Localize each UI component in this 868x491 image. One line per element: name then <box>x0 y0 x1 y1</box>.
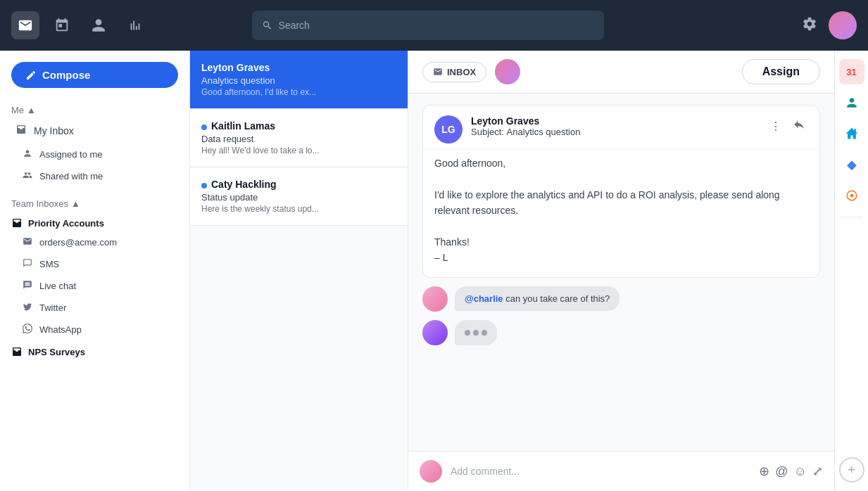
settings-icon[interactable] <box>802 16 817 35</box>
conversation-header: INBOX Assign <box>408 51 834 94</box>
current-user-avatar <box>420 460 442 483</box>
compose-button[interactable]: Compose <box>11 62 178 88</box>
email-icon <box>23 236 32 248</box>
right-sidebar: 31 ◆ + <box>834 51 868 491</box>
sidebar-live-chat[interactable]: Live chat <box>0 275 189 297</box>
message-actions: ⋮ <box>767 115 808 136</box>
assign-button[interactable]: Assign <box>742 59 820 84</box>
expand-icon[interactable]: ⤢ <box>812 464 823 479</box>
twitter-icon <box>23 302 32 314</box>
top-navigation <box>0 0 868 51</box>
search-icon <box>262 20 272 31</box>
conversation-item-leyton[interactable]: Leyton Graves Analytics question Good af… <box>190 51 408 109</box>
sidebar-assigned-to-me[interactable]: Assigned to me <box>0 144 189 165</box>
unread-indicator <box>201 125 207 130</box>
live-chat-icon <box>23 280 32 292</box>
sms-icon <box>23 258 32 270</box>
message-body: Good afternoon, I'd like to explore the … <box>423 149 819 277</box>
conversation-list: Leyton Graves Analytics question Good af… <box>190 51 408 491</box>
sender-avatar: LG <box>434 115 463 144</box>
comment-bubble: @charlie can you take care of this? <box>455 286 619 311</box>
nav-right-area <box>802 11 857 39</box>
team-inboxes-label[interactable]: Team Inboxes ▲ <box>0 193 189 212</box>
search-bar[interactable] <box>252 11 604 40</box>
user-avatar[interactable] <box>829 11 857 39</box>
sidebar-sms[interactable]: SMS <box>0 253 189 275</box>
comment-avatar-pink <box>422 286 448 312</box>
search-input[interactable] <box>279 20 595 31</box>
inbox-nav-icon[interactable] <box>11 11 39 39</box>
sidebar-my-inbox[interactable]: My Inbox <box>4 118 185 144</box>
priority-accounts-header[interactable]: Priority Accounts <box>0 212 189 231</box>
inbox-icon <box>15 124 27 138</box>
typing-dot-2 <box>473 330 479 336</box>
main-layout: Compose Me ▲ My Inbox Assigned to me Sha… <box>0 51 868 491</box>
typing-dot-1 <box>465 330 470 336</box>
message-header: LG Leyton Graves Subject: Analytics ques… <box>423 106 819 149</box>
sidebar-divider <box>841 217 863 217</box>
assigned-icon <box>23 148 32 160</box>
add-comment-icon[interactable]: ⊕ <box>759 464 769 479</box>
comment-row-charlie: @charlie can you take care of this? <box>422 286 820 312</box>
typing-dots <box>465 327 487 338</box>
left-sidebar: Compose Me ▲ My Inbox Assigned to me Sha… <box>0 51 190 491</box>
messages-area: LG Leyton Graves Subject: Analytics ques… <box>408 94 834 451</box>
comment-action-buttons: ⊕ @ ☺ ⤢ <box>759 464 823 479</box>
typing-dot-3 <box>482 330 487 336</box>
reply-button[interactable] <box>790 115 808 136</box>
inbox-badge: INBOX <box>422 62 486 82</box>
calendar-nav-icon[interactable] <box>48 11 76 39</box>
contacts-nav-icon[interactable] <box>84 11 113 39</box>
sidebar-whatsapp[interactable]: WhatsApp <box>0 319 189 340</box>
comment-input[interactable] <box>451 466 750 477</box>
add-integration-button[interactable]: + <box>839 457 864 483</box>
charts-nav-icon[interactable] <box>121 11 149 39</box>
svg-point-0 <box>850 194 853 198</box>
shared-icon <box>23 170 32 182</box>
diamond-sidebar-icon[interactable]: ◆ <box>839 152 864 177</box>
more-options-button[interactable]: ⋮ <box>767 117 784 136</box>
contacts-sidebar-icon[interactable] <box>839 90 864 115</box>
assignee-avatar <box>495 59 520 84</box>
unread-indicator <box>201 183 207 189</box>
conversation-main: INBOX Assign LG Leyton Graves Subject: A… <box>408 51 834 491</box>
sidebar-shared-with-me[interactable]: Shared with me <box>0 165 189 187</box>
message-meta: Leyton Graves Subject: Analytics questio… <box>471 115 759 137</box>
conversation-item-kaitlin[interactable]: Kaitlin Lamas Data request Hey all! We'd… <box>190 109 408 167</box>
hubspot-sidebar-icon[interactable] <box>839 183 864 208</box>
emoji-icon[interactable]: ☺ <box>794 464 807 479</box>
mention-icon[interactable]: @ <box>775 464 788 479</box>
me-section-label[interactable]: Me ▲ <box>0 99 189 118</box>
whatsapp-icon <box>23 324 32 336</box>
message-subject: Subject: Analytics question <box>471 127 759 137</box>
conversation-item-caty[interactable]: Caty Hackling Status update Here is the … <box>190 167 408 226</box>
nps-surveys-header[interactable]: NPS Surveys <box>0 340 189 360</box>
comment-input-area: ⊕ @ ☺ ⤢ <box>408 451 834 491</box>
comment-avatar-purple <box>422 320 448 345</box>
typing-indicator-row <box>422 320 820 345</box>
message-card: LG Leyton Graves Subject: Analytics ques… <box>422 105 820 278</box>
typing-bubble <box>455 320 497 345</box>
sidebar-twitter[interactable]: Twitter <box>0 297 189 319</box>
calendar-sidebar-icon[interactable]: 31 <box>839 59 864 84</box>
salesforce-sidebar-icon[interactable] <box>839 121 864 146</box>
sidebar-orders[interactable]: orders@acme.com <box>0 231 189 253</box>
